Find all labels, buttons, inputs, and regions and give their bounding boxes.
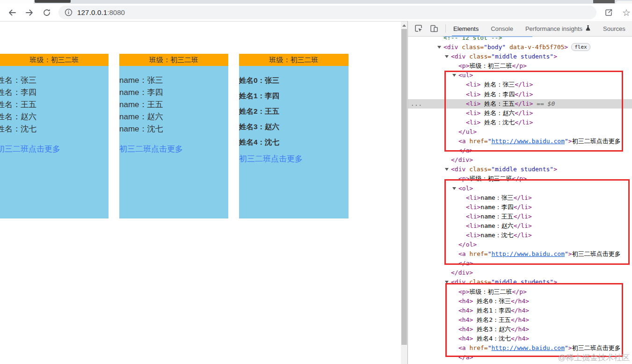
tab-performance-insights[interactable]: Performance insights [519, 21, 597, 36]
more-link[interactable]: 初三二班点击更多 [0, 144, 109, 154]
code-token: http://www.baidu.com [491, 250, 565, 257]
expand-arrow-icon[interactable] [445, 168, 449, 171]
expand-arrow-icon[interactable] [452, 187, 456, 190]
code-token: <div [451, 53, 465, 60]
tab-label: Sources [603, 21, 625, 36]
code-token: <li> [466, 100, 480, 107]
student-list-item: 姓名：沈七 [0, 123, 109, 135]
expand-arrow-icon[interactable] [452, 74, 456, 77]
code-token: <div [443, 44, 458, 51]
expand-arrow-icon[interactable] [445, 55, 449, 58]
flex-badge[interactable]: flex [571, 43, 590, 51]
student-list-item: 姓名4：沈七 [239, 138, 349, 146]
dom-tree-node[interactable]: </a> [408, 146, 632, 155]
dom-tree-node[interactable]: <ol> [408, 184, 632, 193]
dom-tree-node[interactable]: <li> 姓名：张三</li> [408, 80, 632, 89]
tab-sources[interactable]: Sources [597, 21, 632, 36]
dom-tree-node[interactable]: <div class="middle students"> [408, 52, 632, 61]
scroll-up-arrow-icon[interactable] [401, 22, 407, 29]
dom-tree-node[interactable]: <h4> 姓名0：张三</h4> [408, 297, 632, 306]
code-token: </li> [515, 109, 533, 116]
dom-tree-node[interactable]: <p>班级：初三二班</p> [408, 287, 632, 297]
code-token: 姓名：沈七 [480, 119, 515, 126]
student-list-item: name：张三 [119, 74, 228, 87]
dom-tree-node[interactable]: <li>name：赵六</li> [408, 221, 632, 231]
dom-tree-node[interactable]: <li> 姓名：赵六</li> [408, 109, 632, 118]
dom-tree-node[interactable]: <ul> [408, 71, 632, 80]
code-token: 姓名3：赵六 [473, 326, 511, 333]
tab-strip [0, 0, 632, 4]
dom-tree-node[interactable]: </a> [408, 259, 632, 268]
code-token: </li> [515, 100, 533, 107]
bookmark-star-icon[interactable]: ☆ [621, 7, 632, 18]
code-token: </li> [515, 81, 533, 88]
dom-tree-node[interactable]: <p>班级：初三二班</p> [408, 61, 632, 71]
more-link[interactable]: 初三二班点击更多 [239, 153, 349, 164]
expand-arrow-icon[interactable] [437, 46, 441, 49]
tab-console[interactable]: Console [485, 21, 519, 36]
code-token: 姓名：张三 [480, 81, 515, 88]
info-icon[interactable] [65, 8, 73, 16]
dom-tree-node[interactable]: <li> 姓名：沈七</li> [408, 118, 632, 127]
code-token: <li> [466, 194, 480, 201]
dom-tree-node[interactable]: <h4> 姓名3：赵六</h4> [408, 325, 632, 334]
dom-tree-node[interactable]: <li>name：王五</li> [408, 212, 632, 221]
more-link[interactable]: 初三二班点击更多 [119, 144, 228, 154]
dom-tree-node[interactable]: <li> 姓名：王五</li> == $0... [408, 99, 632, 109]
student-list-item: 姓名1：李四 [239, 92, 349, 100]
dom-tree-node[interactable]: </ul> [408, 127, 632, 137]
code-token: class= [458, 44, 484, 51]
inspect-element-icon[interactable] [414, 24, 423, 33]
browser-toolbar: 127.0.0.1:8080 ☆ [0, 4, 632, 22]
dom-tree-node[interactable]: <div class="body" data-v-4fb5f705>flex [408, 43, 632, 52]
row-menu-dots-icon[interactable]: ... [411, 99, 422, 109]
code-token: </p> [512, 175, 526, 182]
code-token: </h4> [511, 316, 529, 323]
dom-tree-node[interactable]: <li> 姓名：李四</li> [408, 90, 632, 99]
url-bar[interactable]: 127.0.0.1:8080 [58, 6, 596, 19]
dom-tree-node[interactable]: </div> [408, 268, 632, 277]
code-token: <ol> [458, 185, 473, 192]
dom-tree-node[interactable]: <li>name：沈七</li> [408, 231, 632, 240]
dom-tree-node[interactable]: </ol> [408, 240, 632, 249]
dom-tree-node[interactable]: <h4> 姓名2：王五</h4> [408, 315, 632, 325]
dom-tree-node[interactable]: <p>班级：初三二班</p> [408, 174, 632, 183]
dom-tree-node[interactable]: <li>name：李四</li> [408, 203, 632, 212]
page-scrollbar[interactable] [401, 22, 407, 364]
code-token: <li> [466, 213, 480, 220]
code-token: </h4> [511, 335, 529, 342]
expand-arrow-icon[interactable] [445, 281, 449, 284]
reload-icon[interactable] [42, 7, 52, 18]
share-icon[interactable] [603, 7, 614, 18]
dom-tree-node[interactable]: <li>name：张三</li> [408, 193, 632, 203]
code-token: href= [466, 250, 488, 257]
scrollbar-thumb[interactable] [401, 29, 407, 345]
code-token: </ol> [458, 241, 477, 248]
code-token: <p> [458, 288, 469, 295]
student-list-item: 姓名0：张三 [239, 76, 349, 84]
code-token: > [568, 138, 572, 145]
code-token: </h4> [511, 298, 529, 305]
dom-tree-node[interactable]: <div class="middle students"> [408, 165, 632, 174]
code-token: "middle students" [491, 53, 553, 60]
code-token: 初三二班点击更多 [572, 138, 621, 145]
dom-tree-node[interactable]: <h4> 姓名4：沈七</h4> [408, 334, 632, 343]
device-toolbar-icon[interactable] [429, 24, 439, 33]
student-list-item: name：赵六 [119, 111, 228, 123]
code-token: http://www.baidu.com [491, 138, 565, 145]
code-token: "body" [484, 44, 506, 51]
tab-elements[interactable]: Elements [447, 21, 485, 36]
code-token: 姓名：李四 [480, 91, 515, 98]
dom-tree-node[interactable]: <a href="http://www.baidu.com">初三二班点击更多 [408, 249, 632, 259]
code-token: <h4> [458, 326, 473, 333]
dom-tree-node[interactable]: <h4> 姓名1：李四</h4> [408, 306, 632, 315]
dom-tree-node[interactable]: <a href="http://www.baidu.com">初三二班点击更多 [408, 343, 632, 353]
code-token: <li> [466, 232, 480, 239]
forward-icon[interactable] [24, 7, 35, 18]
dom-tree-node[interactable]: <!-- 12 slot --> [408, 36, 632, 43]
back-icon[interactable] [7, 7, 17, 18]
code-token: http://www.baidu.com [491, 344, 565, 351]
dom-tree-node[interactable]: </div> [408, 155, 632, 165]
dom-tree-node[interactable]: <div class="middle students"> [408, 277, 632, 287]
dom-tree-node[interactable]: <a href="http://www.baidu.com">初三二班点击更多 [408, 137, 632, 146]
